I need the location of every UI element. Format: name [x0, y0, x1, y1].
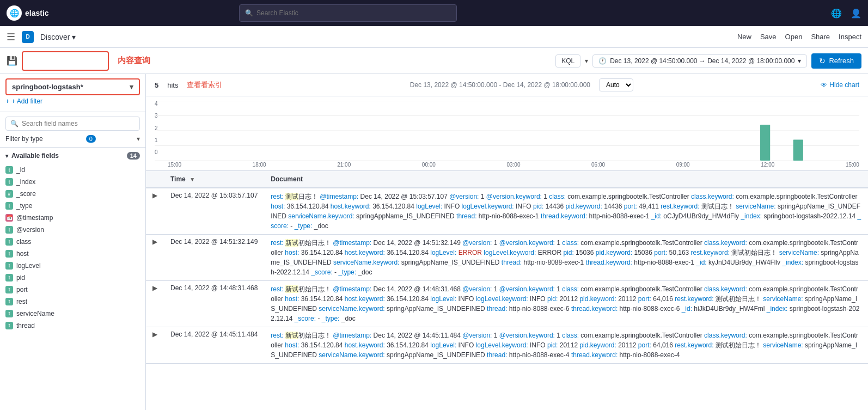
svg-rect-5 — [760, 125, 770, 161]
open-button[interactable]: Open — [785, 33, 803, 41]
kql-toggle-button[interactable]: KQL — [555, 54, 580, 68]
field-item[interactable]: t port — [0, 284, 145, 296]
field-type-icon: t — [5, 322, 13, 329]
view-index-link[interactable]: 查看看索引 — [187, 80, 222, 90]
hide-chart-button[interactable]: 👁 Hide chart — [821, 81, 859, 89]
available-fields-chevron-icon[interactable]: ▾ — [5, 153, 8, 159]
content-area: 5 hits 查看看索引 Dec 13, 2022 @ 14:50:00.000… — [146, 74, 868, 410]
field-item[interactable]: t _type — [0, 200, 145, 212]
global-search-bar[interactable]: 🔍 — [239, 4, 457, 22]
expand-row-button[interactable]: ▶ — [152, 192, 157, 199]
field-item[interactable]: t @version — [0, 224, 145, 236]
time-cell: Dec 14, 2022 @ 14:48:31.468 — [164, 281, 264, 327]
sort-icon: ▼ — [190, 176, 195, 182]
query-input-wrapper: rest 测试 — [22, 51, 109, 71]
search-icon: 🔍 — [245, 9, 253, 17]
field-name: thread — [16, 322, 35, 329]
field-name: @version — [16, 226, 44, 234]
chart-body — [155, 101, 859, 161]
time-cell: Dec 14, 2022 @ 14:51:32.149 — [164, 235, 264, 281]
discover-label: Discover ▾ — [40, 33, 76, 41]
available-fields-label: Available fields — [11, 152, 59, 160]
field-item[interactable]: 📅 @timestamp — [0, 212, 145, 224]
field-item[interactable]: t thread — [0, 320, 145, 332]
index-pattern-selector[interactable]: springboot-logstash* ▾ — [5, 78, 140, 95]
add-filter-button[interactable]: + + Add filter — [5, 95, 42, 107]
global-search-input[interactable] — [256, 9, 451, 17]
field-search-input[interactable] — [22, 120, 135, 127]
chart-area: 4 3 2 1 0 — [146, 96, 868, 171]
field-name: _type — [16, 202, 32, 210]
new-button[interactable]: New — [737, 33, 751, 41]
field-item[interactable]: # _score — [0, 188, 145, 200]
field-name: serviceName — [16, 310, 54, 317]
main-layout: springboot-logstash* ▾ + + Add filter 🔍 … — [0, 74, 868, 410]
nav-icons-group: 🌐 👤 — [831, 8, 861, 19]
table-row: ▶ Dec 14, 2022 @ 14:51:32.149 rest: 新试初始… — [146, 235, 868, 281]
time-filter[interactable]: 🕐 Dec 13, 2022 @ 14:50:00.000 → Dec 14, … — [592, 54, 807, 68]
table-row: ▶ Dec 14, 2022 @ 15:03:57.107 rest: 测试日志… — [146, 188, 868, 235]
filter-type-chevron-icon[interactable]: ▾ — [137, 135, 140, 143]
field-item[interactable]: t host — [0, 248, 145, 260]
filter-by-type-label: Filter by type — [5, 135, 43, 143]
expand-row-button[interactable]: ▶ — [152, 284, 157, 292]
hamburger-menu-button[interactable]: ☰ — [7, 31, 15, 43]
time-range-info: Dec 13, 2022 @ 14:50:00.000 - Dec 14, 20… — [410, 81, 590, 89]
field-name: host — [16, 250, 29, 258]
field-name: _index — [16, 178, 35, 186]
field-type-icon: t — [5, 298, 13, 305]
filter-type-row: Filter by type 0 ▾ — [5, 135, 140, 143]
global-icon-2[interactable]: 👤 — [851, 8, 861, 19]
save-query-icon-button[interactable]: 💾 — [7, 56, 17, 66]
time-column-header[interactable]: Time ▼ — [164, 171, 264, 188]
expand-row-button[interactable]: ▶ — [152, 238, 157, 246]
elastic-brand-name: elastic — [25, 9, 49, 17]
discover-chevron-icon[interactable]: ▾ — [72, 33, 76, 41]
field-type-icon: t — [5, 226, 13, 234]
field-item[interactable]: t rest — [0, 296, 145, 308]
doc-cell: rest: 测试日志！ @timestamp: Dec 14, 2022 @ 1… — [264, 188, 868, 235]
global-icon-1[interactable]: 🌐 — [831, 8, 842, 19]
hits-count: 5 — [155, 81, 158, 89]
plus-icon: + — [5, 97, 9, 105]
clock-icon: 🕐 — [598, 57, 607, 65]
nav-actions: New Save Open Share Inspect — [737, 33, 861, 41]
hits-text: hits — [167, 81, 178, 89]
field-name: @timestamp — [16, 214, 53, 222]
field-type-icon: t — [5, 238, 13, 246]
hits-bar: 5 hits 查看看索引 Dec 13, 2022 @ 14:50:00.000… — [146, 74, 868, 96]
field-item[interactable]: t serviceName — [0, 308, 145, 320]
share-button[interactable]: Share — [811, 33, 830, 41]
field-search-icon: 🔍 — [10, 120, 19, 127]
field-type-icon: t — [5, 166, 13, 174]
field-name: port — [16, 286, 28, 293]
save-button[interactable]: Save — [760, 33, 777, 41]
field-name: _id — [16, 166, 25, 174]
refresh-button[interactable]: ↻ Refresh — [811, 53, 861, 69]
field-item[interactable]: t _index — [0, 176, 145, 188]
query-input[interactable]: rest 测试 — [28, 57, 94, 65]
table-body: ▶ Dec 14, 2022 @ 15:03:57.107 rest: 测试日志… — [146, 188, 868, 364]
expand-row-button[interactable]: ▶ — [152, 331, 157, 338]
results-table: Time ▼ Document ▶ Dec 14, 2022 @ 15:03:5… — [146, 171, 868, 364]
field-item[interactable]: t logLevel — [0, 260, 145, 272]
field-name: class — [16, 238, 31, 246]
fields-list: t _id t _index # _score t _type 📅 @times… — [0, 164, 145, 410]
field-item[interactable]: t pid — [0, 272, 145, 284]
doc-field-rest: rest: 测试日志！ — [271, 193, 320, 200]
elastic-logo: 🌐 elastic — [7, 5, 49, 21]
index-chevron-icon: ▾ — [130, 83, 133, 91]
elastic-logo-icon: 🌐 — [7, 5, 22, 21]
kql-chevron-icon[interactable]: ▾ — [585, 57, 588, 65]
field-item[interactable]: t class — [0, 236, 145, 248]
available-fields-count-badge: 14 — [127, 152, 140, 160]
interval-select[interactable]: Auto — [599, 78, 633, 91]
expand-column-header — [146, 171, 164, 188]
inspect-button[interactable]: Inspect — [839, 33, 861, 41]
content-query-label: 内容查询 — [118, 56, 150, 66]
field-item[interactable]: t _id — [0, 164, 145, 176]
field-name: pid — [16, 274, 25, 282]
query-toolbar: 💾 rest 测试 内容查询 KQL ▾ 🕐 Dec 13, 2022 @ 14… — [0, 48, 868, 74]
time-range-display: Dec 13, 2022 @ 14:50:00.000 → Dec 14, 20… — [610, 57, 794, 65]
field-type-icon: t — [5, 178, 13, 186]
